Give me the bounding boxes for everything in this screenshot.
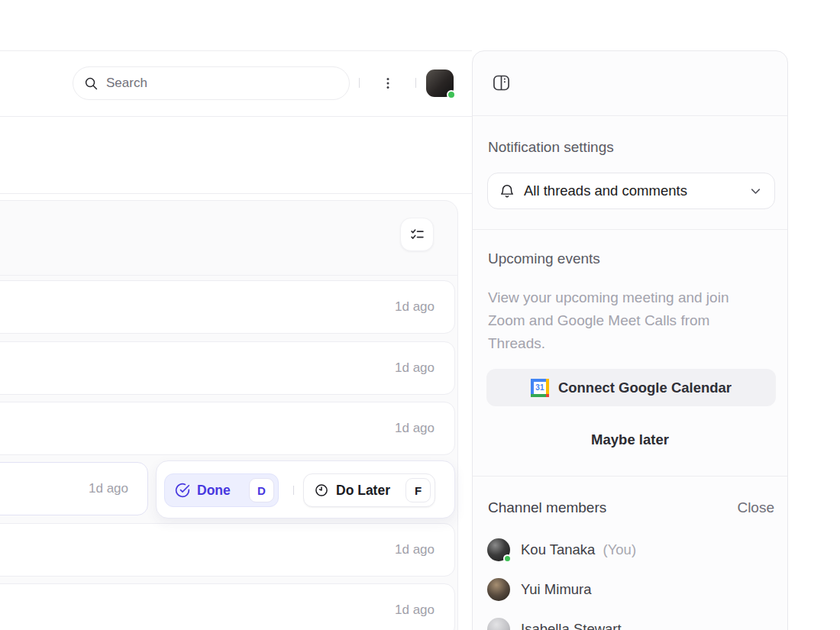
member-row[interactable]: Kou Tanaka (You) — [487, 538, 636, 562]
notification-settings-heading: Notification settings — [488, 139, 614, 156]
chevron-down-icon — [749, 185, 762, 198]
task-list-button[interactable] — [400, 218, 434, 251]
thread-row[interactable]: 1d ago — [0, 341, 455, 395]
member-avatar — [487, 538, 510, 561]
section-divider — [473, 476, 787, 477]
member-avatar — [487, 578, 510, 601]
thread-row[interactable]: 1d ago — [0, 523, 455, 577]
circle-check-icon — [175, 483, 190, 498]
search-input[interactable] — [106, 76, 320, 91]
shortcut-badge-f: F — [405, 478, 431, 502]
member-avatar — [487, 618, 510, 630]
google-calendar-icon: 31 — [531, 379, 549, 397]
task-list-icon — [409, 227, 425, 243]
close-button[interactable]: Close — [737, 499, 774, 516]
thread-list-panel: 1d ago 1d ago 1d ago 1d ago 1d ago 1d ag… — [0, 200, 458, 630]
member-you-suffix: (You) — [599, 541, 636, 557]
member-row[interactable]: Isabella Stewart — [487, 617, 622, 630]
topbar-divider-1 — [359, 78, 360, 88]
selected-thread-row[interactable]: 1d ago — [0, 462, 148, 515]
do-later-button[interactable]: Do Later F — [303, 473, 435, 507]
sidebar-toggle-icon — [491, 73, 512, 93]
section-divider — [473, 229, 787, 230]
thread-timestamp: 1d ago — [395, 603, 435, 618]
thread-timestamp: 1d ago — [395, 542, 435, 557]
user-avatar[interactable] — [426, 69, 454, 97]
thread-row[interactable]: 1d ago — [0, 402, 455, 455]
upcoming-events-heading: Upcoming events — [488, 250, 600, 267]
panel-toggle-button[interactable] — [489, 71, 512, 94]
clock-icon — [314, 483, 329, 498]
notification-dropdown[interactable]: All threads and comments — [487, 173, 775, 209]
done-label: Done — [197, 483, 231, 499]
search-icon — [84, 76, 99, 91]
right-panel: Notification settings All threads and co… — [472, 50, 788, 630]
thread-action-bar: Done D Do Later F — [156, 460, 455, 519]
shortcut-badge-d: D — [249, 478, 274, 502]
online-status-dot — [503, 554, 512, 563]
kebab-menu-icon — [381, 76, 395, 90]
channel-members-heading: Channel members — [488, 499, 606, 516]
thread-timestamp: 1d ago — [395, 360, 435, 376]
member-name: Kou Tanaka (You) — [521, 541, 636, 558]
section-divider — [473, 115, 787, 116]
thread-row[interactable]: 1d ago — [0, 583, 455, 630]
done-button[interactable]: Done D — [164, 473, 279, 507]
thread-timestamp: 1d ago — [395, 299, 435, 315]
member-name: Yui Mimura — [521, 581, 592, 598]
panel-header-divider — [0, 275, 457, 276]
online-status-dot — [447, 90, 456, 99]
thread-row[interactable]: 1d ago — [0, 280, 455, 334]
search-bar[interactable] — [73, 66, 350, 100]
top-divider — [0, 50, 472, 51]
maybe-later-button[interactable]: Maybe later — [473, 431, 787, 448]
connect-google-calendar-button[interactable]: 31 Connect Google Calendar — [486, 369, 776, 406]
searchrow-divider — [0, 116, 472, 117]
connect-google-calendar-label: Connect Google Calendar — [558, 380, 732, 396]
thread-timestamp: 1d ago — [395, 421, 435, 436]
do-later-label: Do Later — [336, 483, 390, 499]
dropdown-value: All threads and comments — [524, 183, 749, 199]
member-name: Isabella Stewart — [521, 621, 622, 630]
more-options-button[interactable] — [377, 73, 399, 94]
topbar-divider-2 — [415, 78, 416, 88]
member-row[interactable]: Yui Mimura — [487, 577, 592, 602]
list-top-divider — [0, 193, 472, 194]
bell-icon — [499, 183, 515, 199]
thread-timestamp: 1d ago — [89, 481, 128, 496]
action-divider — [293, 486, 294, 495]
upcoming-events-description: View your upcoming meeting and join Zoom… — [488, 286, 751, 355]
